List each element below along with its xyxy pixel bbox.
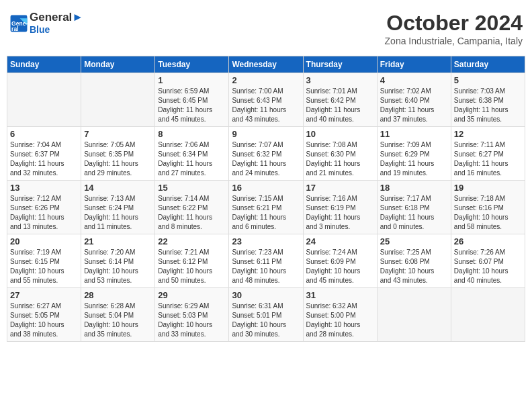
calendar-cell: 18Sunrise: 7:17 AMSunset: 6:18 PMDayligh… [377,181,451,234]
day-number: 19 [454,183,522,193]
day-number: 13 [10,183,78,193]
calendar-cell [451,288,525,342]
title-block: October 2024 Zona Industriale, Campania,… [385,11,523,46]
day-number: 9 [232,129,300,139]
calendar-cell: 20Sunrise: 7:19 AMSunset: 6:15 PMDayligh… [7,234,81,288]
day-info: Sunrise: 7:02 AMSunset: 6:40 PMDaylight:… [380,87,448,124]
day-info: Sunrise: 7:23 AMSunset: 6:11 PMDaylight:… [232,248,300,285]
day-info: Sunrise: 7:05 AMSunset: 6:35 PMDaylight:… [84,140,152,178]
calendar-cell: 25Sunrise: 7:25 AMSunset: 6:08 PMDayligh… [377,234,451,288]
day-number: 31 [306,290,374,300]
day-info: Sunrise: 7:24 AMSunset: 6:09 PMDaylight:… [306,248,374,285]
calendar-cell: 16Sunrise: 7:15 AMSunset: 6:21 PMDayligh… [229,181,303,234]
day-number: 28 [84,290,152,300]
weekday-header-sunday: Sunday [7,56,81,73]
calendar-week-4: 20Sunrise: 7:19 AMSunset: 6:15 PMDayligh… [7,234,525,288]
day-number: 12 [454,129,522,139]
day-info: Sunrise: 7:09 AMSunset: 6:29 PMDaylight:… [380,140,448,178]
calendar-cell: 2Sunrise: 7:00 AMSunset: 6:43 PMDaylight… [229,73,303,127]
day-number: 27 [10,290,78,300]
day-info: Sunrise: 7:26 AMSunset: 6:07 PMDaylight:… [454,248,522,285]
day-info: Sunrise: 7:08 AMSunset: 6:30 PMDaylight:… [306,140,374,178]
day-number: 24 [306,236,374,246]
day-info: Sunrise: 6:29 AMSunset: 5:03 PMDaylight:… [158,302,226,339]
day-info: Sunrise: 7:03 AMSunset: 6:38 PMDaylight:… [454,87,522,124]
calendar-cell: 19Sunrise: 7:18 AMSunset: 6:16 PMDayligh… [451,181,525,234]
day-info: Sunrise: 7:11 AMSunset: 6:27 PMDaylight:… [454,140,522,178]
weekday-header-wednesday: Wednesday [229,56,303,73]
day-info: Sunrise: 7:19 AMSunset: 6:15 PMDaylight:… [10,248,78,285]
day-number: 14 [84,183,152,193]
day-info: Sunrise: 6:59 AMSunset: 6:45 PMDaylight:… [158,87,226,124]
calendar-cell: 1Sunrise: 6:59 AMSunset: 6:45 PMDaylight… [155,73,229,127]
svg-text:ral: ral [11,25,18,32]
day-info: Sunrise: 7:18 AMSunset: 6:16 PMDaylight:… [454,194,522,232]
calendar-cell: 15Sunrise: 7:14 AMSunset: 6:22 PMDayligh… [155,181,229,234]
calendar-cell: 31Sunrise: 6:32 AMSunset: 5:00 PMDayligh… [303,288,377,342]
day-number: 26 [454,236,522,246]
calendar-cell: 30Sunrise: 6:31 AMSunset: 5:01 PMDayligh… [229,288,303,342]
calendar-table: SundayMondayTuesdayWednesdayThursdayFrid… [7,56,525,342]
calendar-cell: 17Sunrise: 7:16 AMSunset: 6:19 PMDayligh… [303,181,377,234]
day-number: 20 [10,236,78,246]
day-info: Sunrise: 7:12 AMSunset: 6:26 PMDaylight:… [10,194,78,232]
logo-icon: Gene- ral [9,14,28,33]
day-info: Sunrise: 7:16 AMSunset: 6:19 PMDaylight:… [306,194,374,232]
day-number: 29 [158,290,226,300]
day-number: 17 [306,183,374,193]
calendar-cell [7,73,81,127]
day-info: Sunrise: 7:01 AMSunset: 6:42 PMDaylight:… [306,87,374,124]
calendar-cell: 7Sunrise: 7:05 AMSunset: 6:35 PMDaylight… [81,127,155,181]
day-number: 3 [306,75,374,85]
calendar-cell: 11Sunrise: 7:09 AMSunset: 6:29 PMDayligh… [377,127,451,181]
calendar-cell: 23Sunrise: 7:23 AMSunset: 6:11 PMDayligh… [229,234,303,288]
calendar-cell: 5Sunrise: 7:03 AMSunset: 6:38 PMDaylight… [451,73,525,127]
weekday-header-thursday: Thursday [303,56,377,73]
day-info: Sunrise: 6:28 AMSunset: 5:04 PMDaylight:… [84,302,152,339]
calendar-cell: 21Sunrise: 7:20 AMSunset: 6:14 PMDayligh… [81,234,155,288]
day-info: Sunrise: 6:32 AMSunset: 5:00 PMDaylight:… [306,302,374,339]
day-number: 5 [454,75,522,85]
calendar-cell: 13Sunrise: 7:12 AMSunset: 6:26 PMDayligh… [7,181,81,234]
page-header: Gene- ral General► Blue October 2024 Zon… [7,7,525,50]
calendar-cell: 22Sunrise: 7:21 AMSunset: 6:12 PMDayligh… [155,234,229,288]
calendar-cell: 29Sunrise: 6:29 AMSunset: 5:03 PMDayligh… [155,288,229,342]
day-info: Sunrise: 6:27 AMSunset: 5:05 PMDaylight:… [10,302,78,339]
day-number: 16 [232,183,300,193]
day-info: Sunrise: 7:21 AMSunset: 6:12 PMDaylight:… [158,248,226,285]
weekday-header-friday: Friday [377,56,451,73]
calendar-week-3: 13Sunrise: 7:12 AMSunset: 6:26 PMDayligh… [7,181,525,234]
weekday-header-monday: Monday [81,56,155,73]
calendar-cell: 9Sunrise: 7:07 AMSunset: 6:32 PMDaylight… [229,127,303,181]
day-number: 6 [10,129,78,139]
day-number: 22 [158,236,226,246]
day-info: Sunrise: 6:31 AMSunset: 5:01 PMDaylight:… [232,302,300,339]
month-title: October 2024 [385,11,523,36]
calendar-cell: 12Sunrise: 7:11 AMSunset: 6:27 PMDayligh… [451,127,525,181]
day-info: Sunrise: 7:07 AMSunset: 6:32 PMDaylight:… [232,140,300,178]
day-number: 18 [380,183,448,193]
day-info: Sunrise: 7:13 AMSunset: 6:24 PMDaylight:… [84,194,152,232]
day-info: Sunrise: 7:20 AMSunset: 6:14 PMDaylight:… [84,248,152,285]
day-number: 21 [84,236,152,246]
weekday-header-tuesday: Tuesday [155,56,229,73]
calendar-cell [377,288,451,342]
calendar-cell: 8Sunrise: 7:06 AMSunset: 6:34 PMDaylight… [155,127,229,181]
calendar-cell [81,73,155,127]
day-number: 8 [158,129,226,139]
day-info: Sunrise: 7:06 AMSunset: 6:34 PMDaylight:… [158,140,226,178]
calendar-cell: 26Sunrise: 7:26 AMSunset: 6:07 PMDayligh… [451,234,525,288]
day-info: Sunrise: 7:14 AMSunset: 6:22 PMDaylight:… [158,194,226,232]
day-info: Sunrise: 7:15 AMSunset: 6:21 PMDaylight:… [232,194,300,232]
day-number: 30 [232,290,300,300]
location-title: Zona Industriale, Campania, Italy [385,36,523,46]
calendar-cell: 28Sunrise: 6:28 AMSunset: 5:04 PMDayligh… [81,288,155,342]
calendar-cell: 3Sunrise: 7:01 AMSunset: 6:42 PMDaylight… [303,73,377,127]
day-number: 25 [380,236,448,246]
logo: Gene- ral General► Blue [9,11,83,36]
calendar-week-5: 27Sunrise: 6:27 AMSunset: 5:05 PMDayligh… [7,288,525,342]
day-number: 4 [380,75,448,85]
day-info: Sunrise: 7:00 AMSunset: 6:43 PMDaylight:… [232,87,300,124]
calendar-week-2: 6Sunrise: 7:04 AMSunset: 6:37 PMDaylight… [7,127,525,181]
calendar-cell: 4Sunrise: 7:02 AMSunset: 6:40 PMDaylight… [377,73,451,127]
